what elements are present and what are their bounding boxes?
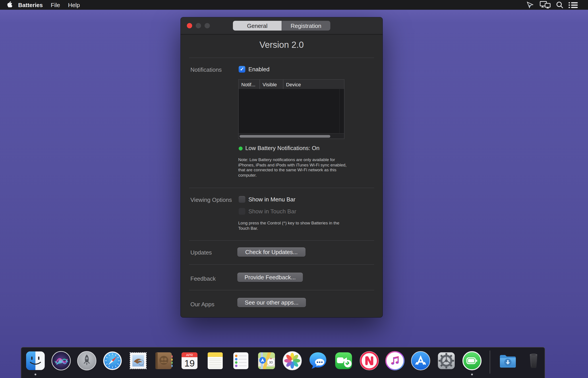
notifications-note: Note: Low Battery notifications are only… — [238, 157, 350, 177]
minimize-button[interactable] — [196, 23, 201, 28]
title-bar[interactable]: General Registration — [181, 17, 383, 35]
dock-batteries-app-icon[interactable] — [462, 351, 482, 371]
tab-bar: General Registration — [233, 21, 330, 30]
low-battery-status: Low Battery Notifications: On — [245, 145, 319, 151]
dock-divider — [490, 351, 490, 374]
enabled-checkbox-label[interactable]: Enabled — [248, 66, 269, 73]
dock-notes-icon[interactable] — [205, 351, 225, 371]
calendar-day-text: 19 — [184, 358, 195, 368]
dock-finder-icon[interactable] — [25, 351, 46, 371]
menu-item-help[interactable]: Help — [68, 1, 80, 8]
dock-music-icon[interactable] — [385, 351, 405, 371]
column-header-visible[interactable]: Visible — [260, 80, 283, 89]
section-divider — [189, 264, 374, 265]
viewing-options-section-label: Viewing Options — [190, 197, 232, 203]
dock-messages-icon[interactable] — [308, 351, 328, 371]
calendar-month-text: APR — [186, 353, 193, 357]
notifications-section-label: Notifications — [190, 67, 222, 73]
close-button[interactable] — [187, 23, 192, 28]
preferences-window: General Registration Version 2.0 Notific… — [181, 17, 383, 317]
notification-center-icon[interactable] — [569, 1, 578, 8]
status-indicator-dot — [239, 147, 243, 150]
apple-menu[interactable] — [7, 1, 12, 9]
desktop: Batteries File Help General Registration… — [0, 0, 588, 378]
touch-bar-note: Long press the Control (^) key to show B… — [238, 220, 350, 231]
remote-pointer-icon[interactable] — [526, 1, 534, 8]
show-in-touch-bar-label: Show in Touch Bar — [248, 208, 296, 215]
dock-launchpad-icon[interactable] — [77, 351, 97, 371]
column-header-notification[interactable]: Notif... — [239, 80, 260, 89]
dock-app-store-icon[interactable] — [410, 351, 431, 371]
zoom-button[interactable] — [205, 23, 210, 28]
dock-siri-icon[interactable] — [51, 351, 71, 371]
table-body[interactable] — [239, 89, 344, 134]
menu-item-file[interactable]: File — [51, 1, 60, 8]
dock-safari-icon[interactable] — [102, 351, 123, 371]
dock-system-preferences-icon[interactable] — [436, 351, 456, 371]
finder-running-indicator — [35, 374, 36, 375]
dock-photos-icon[interactable] — [282, 351, 302, 371]
our-apps-section-label: Our Apps — [190, 301, 214, 307]
dock-trash-icon[interactable] — [523, 351, 544, 371]
menu-bar: Batteries File Help — [0, 0, 588, 10]
table-vertical-scroll-track — [339, 89, 340, 134]
enabled-checkbox[interactable]: ✓ — [239, 66, 245, 73]
displays-icon[interactable] — [540, 1, 551, 9]
dock-mail-icon[interactable] — [128, 351, 148, 371]
show-in-menu-bar-label[interactable]: Show in Menu Bar — [248, 196, 295, 203]
section-divider — [189, 290, 374, 290]
updates-section-label: Updates — [190, 250, 212, 255]
dock-contacts-icon[interactable] — [154, 351, 174, 371]
version-title: Version 2.0 — [181, 40, 383, 50]
maps-3d-badge: 3D — [269, 361, 273, 364]
scrollbar-thumb[interactable] — [240, 135, 330, 138]
dock-reminders-icon[interactable] — [231, 351, 251, 371]
check-for-updates-button[interactable]: Check for Updates... — [237, 247, 305, 257]
tab-general[interactable]: General — [233, 21, 282, 30]
apple-logo-icon — [7, 1, 12, 9]
column-header-device[interactable]: Device — [283, 80, 344, 89]
table-horizontal-scrollbar[interactable] — [239, 133, 344, 138]
search-icon[interactable] — [556, 1, 563, 8]
section-divider — [189, 188, 374, 188]
dock-downloads-folder-icon[interactable] — [498, 351, 518, 371]
batteries-running-indicator — [471, 374, 473, 375]
notifications-table[interactable]: Notif... Visible Device — [238, 79, 344, 139]
provide-feedback-button[interactable]: Provide Feedback... — [237, 273, 303, 282]
see-other-apps-button[interactable]: See our other apps... — [237, 298, 306, 307]
table-header-row: Notif... Visible Device — [239, 80, 344, 89]
feedback-section-label: Feedback — [190, 276, 216, 282]
menu-app-name[interactable]: Batteries — [18, 1, 43, 8]
dock-calendar-icon[interactable]: APR 19 — [179, 351, 200, 371]
dock: APR 19 — [21, 347, 545, 378]
show-in-touch-bar-checkbox — [239, 208, 245, 215]
dock-maps-icon[interactable]: 3D — [256, 351, 277, 371]
dock-news-icon[interactable] — [359, 351, 380, 371]
section-divider — [189, 57, 374, 58]
dock-facetime-icon[interactable] — [333, 351, 354, 371]
section-divider — [189, 240, 374, 241]
show-in-menu-bar-checkbox[interactable] — [239, 196, 245, 203]
tab-registration[interactable]: Registration — [282, 21, 330, 30]
